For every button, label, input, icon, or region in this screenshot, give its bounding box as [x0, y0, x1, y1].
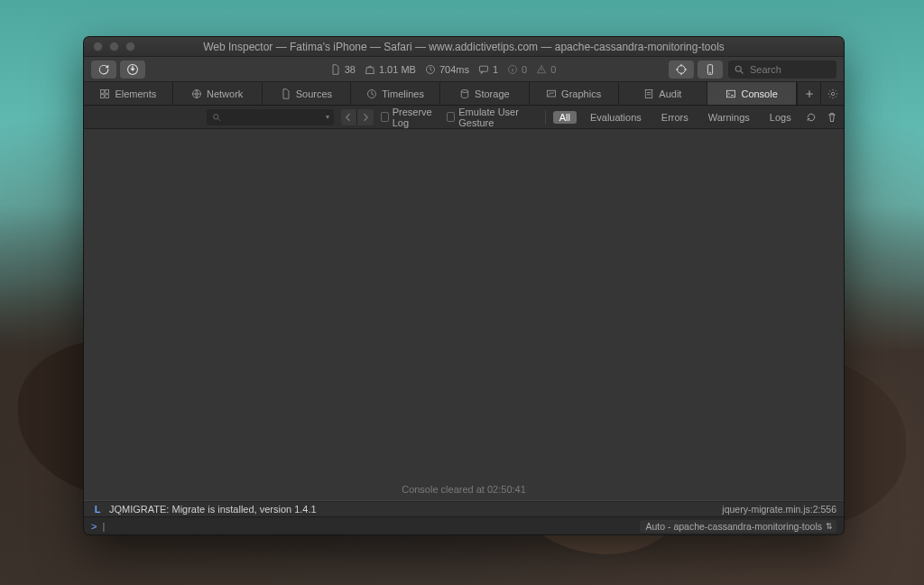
- execution-context-select[interactable]: Auto - apache-cassandra-monitoring-tools…: [640, 520, 836, 533]
- clear-console-button[interactable]: [825, 109, 838, 125]
- zoom-window-button[interactable]: [125, 42, 135, 51]
- console-body[interactable]: Console cleared at 02:50:41 L JQMIGRATE:…: [84, 129, 844, 516]
- tab-label: Storage: [475, 88, 510, 99]
- next-match-button[interactable]: [357, 109, 374, 125]
- warnings-stat: 0: [536, 64, 556, 75]
- tab-elements[interactable]: Elements: [84, 82, 173, 105]
- console-filter-field[interactable]: ▾: [207, 109, 333, 125]
- toolbar: 38 1.01 MB 704ms 1 0 0: [84, 57, 844, 82]
- svg-point-6: [709, 71, 710, 72]
- close-window-button[interactable]: [93, 42, 103, 51]
- svg-rect-16: [646, 89, 653, 98]
- svg-point-7: [735, 66, 741, 71]
- minimize-window-button[interactable]: [109, 42, 119, 51]
- elements-icon: [99, 88, 110, 99]
- updown-icon: ⇅: [826, 522, 831, 531]
- console-icon: [725, 88, 736, 99]
- tab-sources[interactable]: Sources: [263, 82, 352, 105]
- svg-point-19: [214, 114, 218, 118]
- console-filter-bar: ▾ Preserve Log Emulate User Gesture All …: [84, 106, 844, 129]
- web-inspector-window: Web Inspector — Fatima's iPhone — Safari…: [83, 36, 845, 535]
- console-filter-input[interactable]: [226, 111, 321, 123]
- svg-rect-2: [479, 66, 487, 71]
- filter-logs[interactable]: Logs: [763, 111, 798, 124]
- search-field[interactable]: [728, 60, 836, 79]
- resources-stat: 38: [330, 64, 356, 75]
- svg-point-18: [831, 92, 834, 95]
- info-stat: 0: [507, 64, 527, 75]
- separator: [545, 110, 546, 125]
- filter-nav: [341, 109, 374, 125]
- preserve-log-checkbox[interactable]: Preserve Log: [381, 107, 440, 128]
- messages-count: 1: [493, 64, 498, 75]
- window-title: Web Inspector — Fatima's iPhone — Safari…: [91, 41, 836, 53]
- document-icon: [330, 64, 341, 75]
- time-stat: 704ms: [425, 64, 469, 75]
- filter-warnings[interactable]: Warnings: [702, 111, 756, 124]
- search-icon: [734, 64, 744, 75]
- new-tab-button[interactable]: [797, 82, 820, 105]
- checkbox-icon: [447, 112, 455, 122]
- message-icon: [478, 64, 489, 75]
- download-button[interactable]: [120, 60, 145, 79]
- filter-errors[interactable]: Errors: [655, 111, 695, 124]
- tab-label: Timelines: [382, 88, 424, 99]
- info-icon: [507, 64, 518, 75]
- chevron-down-icon[interactable]: ▾: [326, 113, 329, 121]
- resources-count: 38: [345, 64, 356, 75]
- log-level-icon: L: [91, 504, 104, 515]
- tab-label: Console: [741, 88, 777, 99]
- dashboard-stats: 38 1.01 MB 704ms 1 0 0: [330, 64, 557, 75]
- console-log-line[interactable]: L JQMIGRATE: Migrate is installed, versi…: [84, 501, 844, 516]
- log-message: JQMIGRATE: Migrate is installed, version…: [109, 504, 722, 515]
- storage-icon: [459, 88, 470, 99]
- sources-icon: [281, 88, 291, 99]
- element-selection-button[interactable]: [669, 60, 694, 79]
- console-prompt-row: > | Auto - apache-cassandra-monitoring-t…: [84, 516, 844, 534]
- emulate-gesture-label: Emulate User Gesture: [458, 107, 538, 128]
- svg-rect-8: [101, 89, 105, 93]
- search-icon: [211, 112, 222, 123]
- network-icon: [191, 88, 202, 99]
- clock-icon: [425, 64, 436, 75]
- tab-label: Elements: [115, 88, 156, 99]
- size-stat: 1.01 MB: [365, 64, 416, 75]
- graphics-icon: [546, 88, 557, 99]
- tab-console[interactable]: Console: [707, 82, 797, 105]
- traffic-lights: [93, 42, 135, 51]
- settings-button[interactable]: [820, 82, 844, 105]
- prev-match-button[interactable]: [341, 109, 357, 125]
- tab-label: Sources: [296, 88, 332, 99]
- preserve-log-label: Preserve Log: [393, 107, 439, 128]
- filter-evaluations[interactable]: Evaluations: [584, 111, 648, 124]
- tab-storage[interactable]: Storage: [440, 82, 530, 105]
- tab-label: Audit: [659, 88, 681, 99]
- log-source-link[interactable]: jquery-migrate.min.js:2:556: [722, 504, 836, 515]
- svg-rect-9: [106, 89, 109, 93]
- emulate-user-gesture-checkbox[interactable]: Emulate User Gesture: [447, 107, 538, 128]
- prompt-caret-icon: >: [91, 521, 97, 532]
- checkbox-icon: [381, 112, 389, 122]
- svg-point-4: [678, 65, 686, 73]
- warning-icon: [536, 64, 547, 75]
- tab-label: Network: [207, 88, 243, 99]
- device-settings-button[interactable]: [698, 60, 723, 79]
- reload-button[interactable]: [91, 60, 116, 79]
- info-count: 0: [522, 64, 527, 75]
- tab-network[interactable]: Network: [173, 82, 263, 105]
- refresh-console-button[interactable]: [805, 109, 818, 125]
- filter-all[interactable]: All: [553, 111, 577, 124]
- tab-label: Graphics: [561, 88, 601, 99]
- tab-graphics[interactable]: Graphics: [530, 82, 619, 105]
- transfer-size: 1.01 MB: [379, 64, 416, 75]
- warnings-count: 0: [550, 64, 556, 75]
- audit-icon: [643, 88, 654, 99]
- timelines-icon: [366, 88, 377, 99]
- svg-point-14: [461, 89, 468, 92]
- tab-audit[interactable]: Audit: [619, 82, 708, 105]
- tab-timelines[interactable]: Timelines: [351, 82, 440, 105]
- svg-rect-11: [106, 94, 109, 98]
- search-input[interactable]: [748, 63, 831, 76]
- tab-bar: Elements Network Sources Timelines Stora…: [84, 82, 844, 106]
- console-cleared-message: Console cleared at 02:50:41: [84, 478, 844, 501]
